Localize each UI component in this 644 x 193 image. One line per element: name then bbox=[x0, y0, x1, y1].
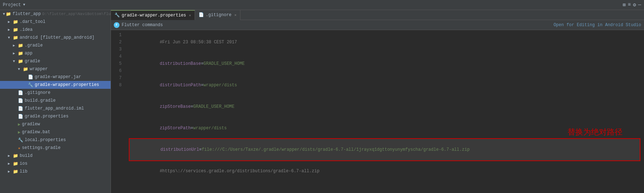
sidebar-item-idea[interactable]: 📁 .idea bbox=[0, 26, 111, 34]
file-icon-properties: 🔧 bbox=[28, 82, 33, 88]
flutter-commands-label: Flutter commands bbox=[122, 23, 163, 28]
sidebar-item-lib[interactable]: 📁 lib bbox=[0, 168, 111, 175]
folder-icon-android: 📁 bbox=[13, 35, 18, 40]
sidebar-label-idea: .idea bbox=[20, 27, 33, 32]
editor-area: 🔧 gradle-wrapper.properties ✕ 📄 .gitigno… bbox=[111, 10, 644, 193]
sidebar-item-gradle-properties[interactable]: 📄 gradle.properties bbox=[0, 112, 111, 120]
tab-label-gradle-wrapper: gradle-wrapper.properties bbox=[122, 13, 186, 18]
arrow-flutter-app bbox=[3, 12, 5, 16]
sidebar-item-build-gradle[interactable]: 📄 build.gradle bbox=[0, 97, 111, 105]
code-value-2: GRADLE_USER_HOME bbox=[204, 61, 245, 66]
sidebar-item-android[interactable]: 📁 android [flutter_app_android] bbox=[0, 34, 111, 42]
code-equals-3: = bbox=[201, 83, 204, 88]
editor-toolbar: F Flutter commands Open for Editing in A… bbox=[111, 20, 644, 30]
tab-label-gitignore: .gitignore bbox=[206, 13, 231, 18]
icon-settings[interactable]: ⚙ bbox=[633, 2, 636, 8]
code-equals-4: = bbox=[191, 104, 193, 109]
line-num-5: 5 bbox=[113, 60, 122, 67]
code-line-7: #https\://services.gradle.org/distributi… bbox=[129, 160, 640, 182]
code-line-8 bbox=[129, 182, 640, 189]
icon-list[interactable]: ≡ bbox=[628, 2, 631, 8]
code-key-4: zipStoreBase bbox=[160, 104, 190, 109]
file-icon-settings-gradle: ★ bbox=[18, 145, 20, 151]
sidebar-label-gradle-root: gradle bbox=[25, 59, 40, 64]
sidebar-item-flutter-app[interactable]: 📁 flutter_app D:\flutter_app\NaviBottom\… bbox=[0, 10, 111, 18]
open-android-studio-button[interactable]: Open for Editing in Android Studio bbox=[553, 23, 641, 28]
file-icon-gitignore: 📄 bbox=[18, 90, 23, 96]
code-line-2: distributionBase=GRADLE_USER_HOME bbox=[129, 53, 640, 74]
sidebar-label-build-gradle: build.gradle bbox=[25, 98, 55, 103]
sidebar-item-gradle-wrapper-jar[interactable]: 📄 gradle-wrapper.jar bbox=[0, 73, 111, 81]
tab-close-gitignore[interactable]: ✕ bbox=[234, 13, 236, 17]
tab-gradle-wrapper[interactable]: 🔧 gradle-wrapper.properties ✕ bbox=[111, 10, 195, 20]
line-numbers: 1 2 3 4 5 6 7 8 bbox=[111, 32, 125, 192]
sidebar-item-gradlew-bat[interactable]: ▶ gradlew.bat bbox=[0, 128, 111, 136]
line-num-2: 2 bbox=[113, 39, 122, 46]
sidebar-label-flutter-app: flutter_app bbox=[13, 11, 41, 16]
folder-icon-idea: 📁 bbox=[13, 27, 18, 33]
sidebar-label-build: build bbox=[20, 153, 33, 158]
sidebar-item-app[interactable]: 📁 app bbox=[0, 49, 111, 57]
arrow-wrapper bbox=[18, 67, 22, 71]
sidebar-label-local-properties: local.properties bbox=[25, 137, 66, 143]
arrow-android bbox=[8, 36, 12, 40]
sidebar-label-gradlew-bat: gradlew.bat bbox=[22, 130, 50, 135]
folder-icon-gradle-root: 📁 bbox=[18, 59, 23, 64]
sidebar-item-local-properties[interactable]: 🔧 local.properties bbox=[0, 136, 111, 144]
code-key-3: distributionPath bbox=[160, 83, 201, 88]
icon-layout[interactable]: ⊞ bbox=[623, 2, 625, 8]
arrow-gradle-root bbox=[13, 59, 17, 63]
file-icon-gradlew-bat: ▶ bbox=[18, 130, 20, 135]
tab-close-gradle-wrapper[interactable]: ✕ bbox=[189, 13, 191, 18]
folder-icon-app: 📁 bbox=[18, 51, 23, 56]
file-icon-build-gradle: 📄 bbox=[18, 98, 23, 103]
flutter-icon: F bbox=[114, 22, 119, 28]
icon-minimize[interactable]: — bbox=[638, 2, 641, 8]
line-num-3: 3 bbox=[113, 46, 122, 53]
code-comment-7: #https\://services.gradle.org/distributi… bbox=[160, 169, 319, 174]
sidebar: 📁 flutter_app D:\flutter_app\NaviBottom\… bbox=[0, 10, 111, 193]
line-num-6: 6 bbox=[113, 67, 122, 74]
folder-icon-flutter-app: 📁 bbox=[6, 11, 11, 17]
arrow-ios bbox=[8, 161, 12, 166]
code-line-4: zipStoreBase=GRADLE_USER_HOME bbox=[129, 96, 640, 117]
code-value-3: wrapper/dists bbox=[204, 83, 237, 88]
code-editor[interactable]: 1 2 3 4 5 6 7 8 #Fri Jun 23 08:50:38 CES… bbox=[111, 30, 644, 193]
folder-icon-dart-tool: 📁 bbox=[13, 19, 18, 25]
arrow-dart-tool bbox=[8, 20, 12, 24]
sidebar-item-wrapper[interactable]: 📁 wrapper bbox=[0, 65, 111, 73]
sidebar-label-lib: lib bbox=[20, 169, 28, 174]
sidebar-label-gradle-hidden: .gradle bbox=[25, 43, 43, 48]
folder-icon-build: 📁 bbox=[13, 153, 18, 159]
sidebar-item-flutter-app-iml[interactable]: 📄 flutter_app_android.iml bbox=[0, 105, 111, 112]
sidebar-item-gradle-root[interactable]: 📁 gradle bbox=[0, 57, 111, 65]
code-key-6: distributionUrl bbox=[160, 147, 199, 152]
sidebar-label-ios: ios bbox=[20, 161, 28, 166]
sidebar-item-gradle-wrapper-properties[interactable]: 🔧 gradle-wrapper.properties bbox=[0, 81, 111, 89]
project-dropdown-icon[interactable]: ▼ bbox=[23, 3, 25, 7]
sidebar-item-build[interactable]: 📁 build bbox=[0, 152, 111, 160]
code-equals-6: = bbox=[199, 147, 201, 152]
code-value-5: wrapper/dists bbox=[193, 126, 227, 131]
project-label: Project bbox=[3, 3, 21, 8]
sidebar-item-ios[interactable]: 📁 ios bbox=[0, 160, 111, 168]
sidebar-label-settings-gradle: settings.gradle bbox=[22, 145, 60, 150]
sidebar-item-gradlew[interactable]: ▶ gradlew bbox=[0, 120, 111, 128]
sidebar-label-android: android [flutter_app_android] bbox=[20, 35, 94, 40]
sidebar-item-gitignore-file[interactable]: 📄 .gitignore bbox=[0, 89, 111, 97]
code-comment-1: #Fri Jun 23 08:50:38 CEST 2017 bbox=[160, 40, 237, 45]
code-value-6: file:///C:/Users/Taxze/.gradle/wrapper/d… bbox=[202, 147, 470, 152]
line-num-8: 8 bbox=[113, 82, 122, 89]
sidebar-label-flutter-app-iml: flutter_app_android.iml bbox=[25, 106, 84, 111]
tab-icon-gitignore: 📄 bbox=[199, 12, 204, 18]
sidebar-path: D:\flutter_app\NaviBottom\flu bbox=[42, 12, 111, 16]
file-icon-gradle-properties: 📄 bbox=[18, 114, 23, 119]
sidebar-item-gradle-hidden[interactable]: 📁 .gradle bbox=[0, 42, 111, 49]
sidebar-item-dart-tool[interactable]: 📁 .dart_tool bbox=[0, 18, 111, 26]
tab-gitignore[interactable]: 📄 .gitignore ✕ bbox=[195, 10, 240, 20]
code-line-1: #Fri Jun 23 08:50:38 CEST 2017 bbox=[129, 32, 640, 53]
sidebar-item-settings-gradle[interactable]: ★ settings.gradle bbox=[0, 144, 111, 152]
arrow-idea bbox=[8, 28, 12, 32]
code-line-5: zipStorePath=wrapper/dists bbox=[129, 117, 640, 139]
code-value-4: GRADLE_USER_HOME bbox=[193, 104, 234, 109]
